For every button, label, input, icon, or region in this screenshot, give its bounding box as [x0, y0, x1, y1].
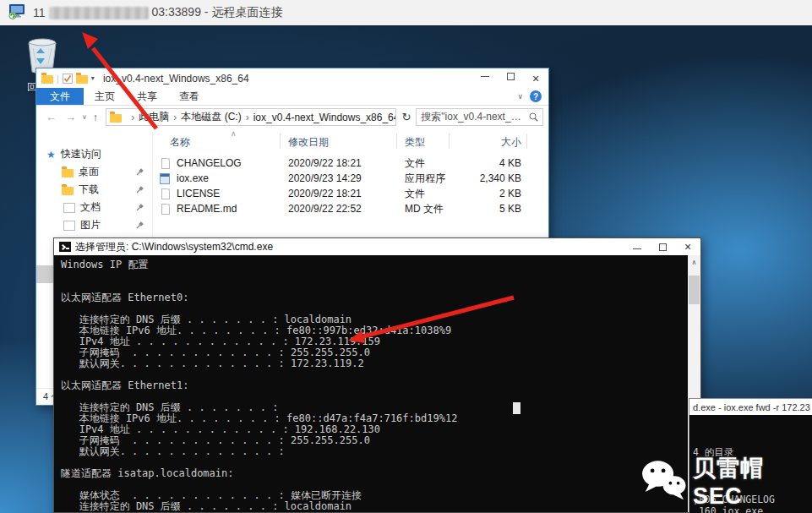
sidebar-item-quick-access[interactable]: ★ 快速访问: [36, 145, 152, 163]
folder-icon: [62, 187, 74, 195]
ribbon-tab[interactable]: 主页: [84, 88, 126, 105]
checkmark-icon[interactable]: [63, 74, 73, 84]
ribbon-collapse-icon[interactable]: ∨: [517, 92, 523, 101]
column-size[interactable]: 大小: [457, 135, 521, 150]
up-icon[interactable]: ↑: [89, 111, 103, 123]
folder-icon: [62, 169, 74, 177]
folder-icon: [110, 114, 122, 123]
sort-asc-icon: ∧: [231, 129, 237, 138]
file-icon: [161, 188, 170, 199]
file-icon: [161, 158, 170, 169]
cmd-console-output[interactable]: Windows IP 配置以太网适配器 Ethernet0: 连接特定的 DNS…: [54, 255, 688, 512]
file-name: CHANGELOG: [177, 157, 242, 169]
file-type: 文件: [405, 187, 425, 201]
file-row[interactable]: CHANGELOG 2020/9/22 18:21 文件 4 KB: [153, 156, 548, 171]
cmd-window-title: 选择管理员: C:\Windows\system32\cmd.exe: [75, 240, 273, 254]
file-name: LICENSE: [177, 188, 220, 199]
breadcrumb-item[interactable]: 本地磁盘 (C:): [181, 110, 241, 124]
redacted-ip-mosaic: [49, 7, 149, 19]
search-text: 搜索"iox_v0.4-next_Windo...: [421, 110, 529, 124]
sidebar-item[interactable]: 下载: [36, 181, 152, 199]
breadcrumb-item[interactable]: iox_v0.4-next_Windows_x86_64: [253, 112, 397, 123]
search-input[interactable]: 搜索"iox_v0.4-next_Windo...: [416, 108, 543, 126]
file-row[interactable]: README.md 2020/9/22 22:52 MD 文件 5 KB: [153, 201, 548, 216]
rdp-title-suffix: 03:33899 - 远程桌面连接: [152, 5, 283, 20]
iox-fwd-titlebar: d.exe - iox.exe fwd -r 172.23: [689, 399, 812, 415]
help-icon[interactable]: ?: [530, 90, 542, 102]
file-name: README.md: [177, 203, 237, 215]
column-type[interactable]: 类型: [405, 135, 425, 150]
quick-access-toolbar: | ▾: [41, 74, 95, 84]
file-icon: [161, 204, 170, 215]
wechat-icon: [640, 459, 688, 505]
ribbon-tab[interactable]: 共享: [126, 88, 168, 105]
folder-icon: [63, 203, 75, 213]
tab-file[interactable]: 文件: [36, 88, 84, 105]
ribbon-tab[interactable]: 查看: [168, 88, 210, 105]
sidebar-item-label: 文档: [80, 200, 101, 215]
folder-icon[interactable]: [76, 75, 88, 84]
breadcrumb: › 此电脑 › 本地磁盘 (C:) › iox_v0.4-next_Window…: [127, 110, 396, 124]
history-dropdown-icon[interactable]: ∨: [80, 113, 89, 121]
console-line: 以太网适配器 Ethernet0:: [61, 292, 688, 303]
sidebar-item[interactable]: 文档: [36, 199, 152, 216]
file-date: 2020/9/23 14:29: [288, 172, 362, 184]
column-date[interactable]: 修改日期: [288, 135, 329, 150]
sidebar-item-label: 下载: [79, 183, 99, 197]
scroll-up-icon[interactable]: ∧: [688, 255, 700, 266]
column-name[interactable]: 名称: [170, 135, 190, 150]
console-line: [61, 270, 688, 281]
refresh-icon[interactable]: ↻: [396, 111, 416, 123]
quick-access-label: 快速访问: [61, 147, 101, 161]
sidebar-item[interactable]: 桌面: [36, 163, 152, 181]
cmd-icon: [59, 242, 71, 252]
breadcrumb-item[interactable]: 此电脑: [139, 110, 169, 124]
file-size: 2,340 KB: [457, 172, 521, 184]
explorer-titlebar: | ▾ iox_v0.4-next_Windows_x86_64 ×: [36, 68, 548, 88]
sidebar-item[interactable]: 图片: [36, 216, 152, 234]
watermark: 贝雷帽SEC: [640, 453, 812, 510]
sidebar-item-label: 图片: [80, 218, 101, 232]
minimize-button[interactable]: [624, 238, 650, 255]
file-date: 2020/9/22 18:21: [288, 188, 362, 199]
console-line: 以太网适配器 Ethernet1:: [61, 380, 688, 391]
explorer-window-title: iox_v0.4-next_Windows_x86_64: [103, 73, 249, 85]
folder-icon: [41, 75, 53, 84]
sidebar-item-label: 桌面: [79, 165, 99, 179]
forward-icon[interactable]: →: [61, 111, 80, 123]
back-icon[interactable]: ←: [41, 111, 61, 123]
file-row[interactable]: iox.exe 2020/9/23 14:29 应用程序 2,340 KB: [153, 171, 548, 186]
rdp-titlebar: 11 03:33899 - 远程桌面连接: [0, 0, 812, 26]
close-button[interactable]: ×: [523, 73, 548, 85]
iox-fwd-title: d.exe - iox.exe fwd -r 172.23: [693, 402, 810, 412]
console-line: 默认网关. . . . . . . . . . . . . : 172.23.1…: [61, 358, 688, 369]
watermark-text: 贝雷帽SEC: [693, 453, 812, 510]
maximize-button[interactable]: [650, 238, 675, 255]
console-line: 隧道适配器 isatap.localdomain:: [61, 468, 688, 479]
rdp-title-prefix: 11: [33, 6, 46, 19]
close-button[interactable]: ×: [675, 238, 700, 255]
file-size: 2 KB: [457, 188, 521, 199]
console-cursor: [513, 402, 520, 414]
minimize-button[interactable]: [472, 73, 498, 77]
pin-icon: [136, 204, 144, 211]
scrollbar-thumb[interactable]: [689, 276, 700, 304]
pin-icon: [136, 168, 144, 176]
pin-icon: [136, 221, 144, 229]
separator: |: [57, 74, 59, 84]
star-icon: ★: [46, 149, 56, 161]
file-date: 2020/9/22 18:21: [288, 157, 362, 169]
search-icon: [529, 112, 538, 122]
file-type: 文件: [405, 156, 425, 171]
rdp-session-screen: 11 03:33899 - 远程桌面连接 回收站: [0, 0, 812, 513]
maximize-button[interactable]: [498, 73, 523, 80]
chevron-down-icon[interactable]: ▾: [91, 74, 95, 82]
file-row[interactable]: LICENSE 2020/9/22 18:21 文件 2 KB: [153, 186, 548, 201]
pin-icon: [136, 186, 144, 194]
rdp-monitor-icon: [8, 3, 26, 23]
ribbon-tabs: 文件 主页共享查看 ∨ ?: [36, 88, 548, 106]
console-line: 默认网关. . . . . . . . . . . . . :: [61, 446, 688, 457]
file-size: 4 KB: [457, 157, 521, 169]
address-bar[interactable]: › 此电脑 › 本地磁盘 (C:) › iox_v0.4-next_Window…: [106, 108, 396, 126]
file-size: 5 KB: [457, 203, 521, 215]
